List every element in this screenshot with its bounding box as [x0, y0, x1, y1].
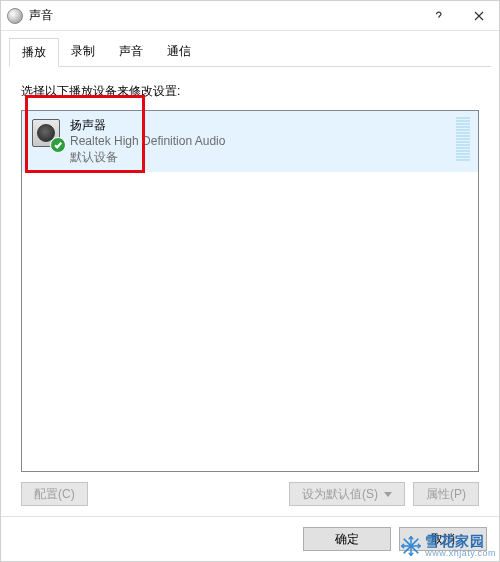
tab-strip: 播放 录制 声音 通信: [9, 37, 491, 67]
panel-button-row: 配置(C) 设为默认值(S) 属性(P): [21, 472, 479, 506]
dialog-footer: 确定 取消: [1, 516, 499, 561]
tab-comm[interactable]: 通信: [155, 38, 203, 67]
tab-sounds[interactable]: 声音: [107, 38, 155, 67]
tab-panel-playback: 选择以下播放设备来修改设置: 扬声器 Realtek High Definiti…: [9, 67, 491, 516]
app-icon: [7, 8, 23, 24]
help-button[interactable]: [419, 1, 459, 31]
configure-button[interactable]: 配置(C): [21, 482, 88, 506]
close-button[interactable]: [459, 1, 499, 31]
device-list[interactable]: 扬声器 Realtek High Definition Audio 默认设备: [21, 110, 479, 472]
titlebar: 声音: [1, 1, 499, 31]
tab-recording[interactable]: 录制: [59, 38, 107, 67]
tab-container: 播放 录制 声音 通信 选择以下播放设备来修改设置: 扬声器: [1, 31, 499, 516]
properties-button[interactable]: 属性(P): [413, 482, 479, 506]
device-item-speaker[interactable]: 扬声器 Realtek High Definition Audio 默认设备: [22, 111, 478, 172]
instruction-text: 选择以下播放设备来修改设置:: [21, 83, 479, 100]
device-desc: Realtek High Definition Audio: [70, 133, 225, 149]
ok-button[interactable]: 确定: [303, 527, 391, 551]
sound-dialog: 声音 播放 录制 声音 通信 选择以下播放设备来修改设置:: [0, 0, 500, 562]
set-default-button[interactable]: 设为默认值(S): [289, 482, 405, 506]
device-status: 默认设备: [70, 149, 225, 165]
tab-playback[interactable]: 播放: [9, 38, 59, 67]
speaker-icon: [30, 117, 62, 149]
default-check-icon: [50, 137, 66, 153]
device-name: 扬声器: [70, 117, 225, 133]
level-meter: [456, 117, 470, 161]
cancel-button[interactable]: 取消: [399, 527, 487, 551]
device-text: 扬声器 Realtek High Definition Audio 默认设备: [70, 117, 225, 166]
window-title: 声音: [29, 7, 419, 24]
